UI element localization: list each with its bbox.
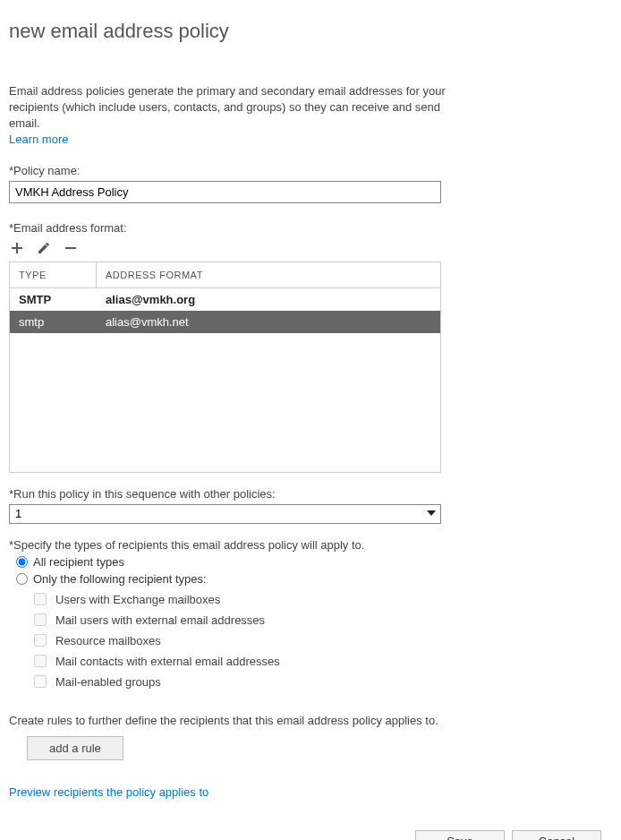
sequence-select[interactable]: 1 <box>9 504 441 524</box>
edit-icon[interactable] <box>36 240 52 256</box>
svg-rect-0 <box>65 247 76 249</box>
policy-name-label: *Policy name: <box>9 164 612 177</box>
header-type: TYPE <box>10 262 97 287</box>
checkbox-label: Mail users with external email addresses <box>55 613 265 627</box>
format-toolbar <box>9 240 612 256</box>
row-type: SMTP <box>10 288 97 311</box>
radio-only-recipients[interactable] <box>16 573 28 585</box>
save-button[interactable]: Save <box>415 830 505 840</box>
checkbox-mail-contacts[interactable] <box>34 655 47 667</box>
checkbox-resource-mailboxes[interactable] <box>34 634 47 647</box>
sequence-label: *Run this policy in this sequence with o… <box>9 487 612 501</box>
recipients-label: *Specify the types of recipients this em… <box>9 538 612 552</box>
radio-only-label: Only the following recipient types: <box>33 572 207 586</box>
table-row[interactable]: smtp alias@vmkh.net <box>10 311 440 333</box>
radio-all-label: All recipient types <box>33 555 124 569</box>
add-icon[interactable] <box>9 240 25 256</box>
checkbox-mail-enabled-groups[interactable] <box>34 675 47 688</box>
checkbox-exchange-mailboxes[interactable] <box>34 593 47 605</box>
email-format-label: *Email address format: <box>9 221 612 235</box>
checkbox-label: Mail contacts with external email addres… <box>55 655 280 668</box>
row-format: alias@vmkh.net <box>97 311 440 333</box>
table-body: SMTP alias@vmkh.org smtp alias@vmkh.net <box>10 288 440 472</box>
learn-more-link[interactable]: Learn more <box>9 133 612 146</box>
radio-all-recipients[interactable] <box>16 556 28 568</box>
header-format: ADDRESS FORMAT <box>97 262 440 287</box>
page-title: new email address policy <box>9 20 612 43</box>
table-row[interactable]: SMTP alias@vmkh.org <box>10 288 440 311</box>
email-format-table: TYPE ADDRESS FORMAT SMTP alias@vmkh.org … <box>9 261 441 473</box>
checkbox-label: Mail-enabled groups <box>55 675 161 689</box>
intro-description: Email address policies generate the prim… <box>9 83 447 133</box>
checkbox-label: Resource mailboxes <box>55 634 161 647</box>
checkbox-label: Users with Exchange mailboxes <box>55 593 220 606</box>
preview-recipients-link[interactable]: Preview recipients the policy applies to <box>9 785 612 799</box>
policy-name-input[interactable] <box>9 181 441 203</box>
table-header-row: TYPE ADDRESS FORMAT <box>10 262 440 288</box>
row-type: smtp <box>10 311 97 333</box>
row-format: alias@vmkh.org <box>97 288 440 311</box>
remove-icon[interactable] <box>63 240 79 256</box>
add-rule-button[interactable]: add a rule <box>27 736 123 760</box>
cancel-button[interactable]: Cancel <box>512 830 601 840</box>
checkbox-mail-users[interactable] <box>34 613 47 626</box>
rules-label: Create rules to further define the recip… <box>9 714 612 727</box>
